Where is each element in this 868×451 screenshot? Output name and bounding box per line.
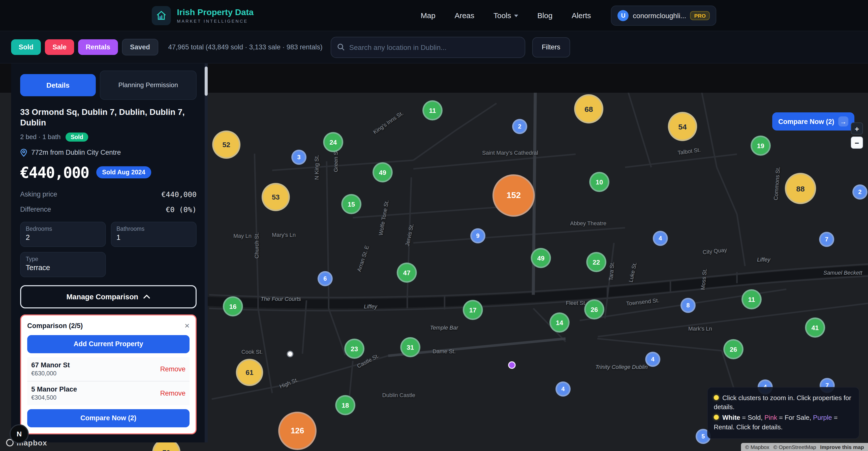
map-cluster-11[interactable]: 11 [423,100,442,121]
tab-details[interactable]: Details [20,74,96,96]
map-compare-now-button[interactable]: Compare Now (2) → [772,112,855,130]
nav-item-tools[interactable]: Tools [494,11,518,20]
fact-bedrooms-value: 2 [26,233,100,241]
nav-item-label: Tools [494,11,511,20]
manage-comparison-label: Manage Comparison [66,293,138,301]
close-icon[interactable]: × [185,322,189,330]
map-cluster-2[interactable]: 2 [852,185,868,199]
nav-item-map[interactable]: Map [421,11,435,20]
nav-item-label: Areas [455,11,474,20]
legend-line: Click clusters to zoom in. Click propert… [714,393,853,412]
map-cluster-18[interactable]: 18 [335,395,355,415]
map-cluster-68[interactable]: 68 [574,94,603,124]
app-root: King's Inns St.Saint Mary's CathedralTal… [0,0,868,451]
map-cluster-11[interactable]: 11 [742,289,762,310]
distance-row: 772m from Dublin City Centre [20,149,196,157]
map-cluster-23[interactable]: 23 [344,339,365,359]
fact-bedrooms-label: Bedrooms [26,226,100,232]
attribution-mapbox-link[interactable]: © Mapbox [745,444,770,450]
filter-toggle-sold[interactable]: Sold [11,39,41,55]
map-cluster-9[interactable]: 9 [470,228,486,244]
rental-property-marker[interactable] [508,361,516,368]
sold-property-marker[interactable] [286,351,293,357]
map-label: May Ln [234,233,251,239]
property-title: 33 Ormond Sq, Dublin 7, Dublin, Dublin 7… [20,107,196,129]
map-cluster-47[interactable]: 47 [397,262,417,283]
map-zoom-out-button[interactable]: − [851,136,863,149]
map-cluster-2[interactable]: 2 [512,119,527,134]
manage-comparison-button[interactable]: Manage Comparison [20,285,196,309]
map-cluster-19[interactable]: 19 [750,135,771,156]
status-badge: Sold [65,132,88,141]
map-cluster-6[interactable]: 6 [317,271,333,286]
filter-toggle-rentals[interactable]: Rentals [78,39,118,55]
map-cluster-61[interactable]: 61 [236,359,263,386]
nav-item-areas[interactable]: Areas [455,11,474,20]
nav-item-blog[interactable]: Blog [537,11,553,20]
map-cluster-54[interactable]: 54 [668,112,697,141]
remove-comparison-button[interactable]: Remove [160,365,186,373]
remove-comparison-button[interactable]: Remove [160,389,186,397]
map-cluster-152[interactable]: 152 [493,174,535,217]
map-cluster-4[interactable]: 4 [556,382,570,396]
map-label: Saint Mary's Cathedral [482,150,538,156]
map-label: Fleet St. [566,300,587,306]
filter-toggle-saved[interactable]: Saved [122,39,158,56]
nav-item-label: Blog [537,11,553,20]
map-cluster-126[interactable]: 126 [278,412,316,450]
map-cluster-4[interactable]: 4 [645,352,660,367]
brand-logo[interactable] [152,6,171,25]
map-cluster-52[interactable]: 52 [212,130,241,159]
map-cluster-10[interactable]: 10 [589,172,610,192]
map-cluster-14[interactable]: 14 [550,313,569,332]
add-current-property-button[interactable]: Add Current Property [27,335,189,353]
filter-toggle-sale[interactable]: Sale [45,39,74,55]
difference-label: Difference [20,206,51,214]
map-cluster-16[interactable]: 16 [223,296,243,317]
distance-text: 772m from Dublin City Centre [31,149,121,157]
attribution-improve-link[interactable]: Improve this map [820,444,864,450]
map-cluster-31[interactable]: 31 [400,337,421,357]
comparison-item-info: 5 Manor Place €304,500 [31,386,77,401]
panel-scrollbar[interactable] [205,64,208,443]
arrow-right-icon: → [838,117,848,127]
map-label: Dublin Castle [382,392,415,398]
map-cluster-26[interactable]: 26 [723,339,744,359]
map-cluster-53[interactable]: 53 [261,183,290,211]
map-cluster-24[interactable]: 24 [323,132,343,152]
compare-now-button[interactable]: Compare Now (2) [27,409,189,427]
map-cluster-8[interactable]: 8 [681,298,695,313]
comparison-title: Comparison (2/5) [27,322,83,329]
map-cluster-3[interactable]: 3 [291,150,307,165]
map-label: Liffey [757,257,771,262]
map-cluster-49[interactable]: 49 [372,162,393,183]
filters-button[interactable]: Filters [532,37,570,57]
comparison-item-price: €304,500 [31,394,77,401]
map-cluster-4[interactable]: 4 [653,231,668,246]
sold-date-badge: Sold Aug 2024 [96,166,151,179]
panel-tabs: Details Planning Permission [20,70,196,100]
map-cluster-41[interactable]: 41 [805,318,825,337]
property-facts: Bedrooms 2 Bathrooms 1 Type Terrace [20,222,196,277]
legend-text: = Sold, [740,414,765,421]
panel-scrollbar-thumb[interactable] [205,66,208,96]
price-row: €440,000 Sold Aug 2024 [20,164,196,182]
location-search [331,36,525,58]
map-cluster-15[interactable]: 15 [341,194,362,214]
map-cluster-88[interactable]: 88 [785,173,816,204]
fact-type-label: Type [26,256,100,262]
compass-control[interactable]: N [9,424,29,444]
map-cluster-17[interactable]: 17 [463,300,483,320]
user-menu[interactable]: U conormcloughli... PRO [611,5,716,26]
fact-bathrooms-label: Bathrooms [117,226,191,232]
search-input[interactable] [349,43,519,51]
map-cluster-49[interactable]: 49 [531,248,551,268]
map-cluster-7[interactable]: 7 [819,232,834,247]
attribution-osm-link[interactable]: © OpenStreetMap [774,444,816,450]
map-cluster-22[interactable]: 22 [586,252,607,272]
map-cluster-26[interactable]: 26 [584,299,604,320]
pro-badge: PRO [690,11,710,20]
tab-planning-permission[interactable]: Planning Permission [100,70,196,100]
nav-item-alerts[interactable]: Alerts [571,11,591,20]
map-zoom-in-button[interactable]: + [851,123,863,134]
